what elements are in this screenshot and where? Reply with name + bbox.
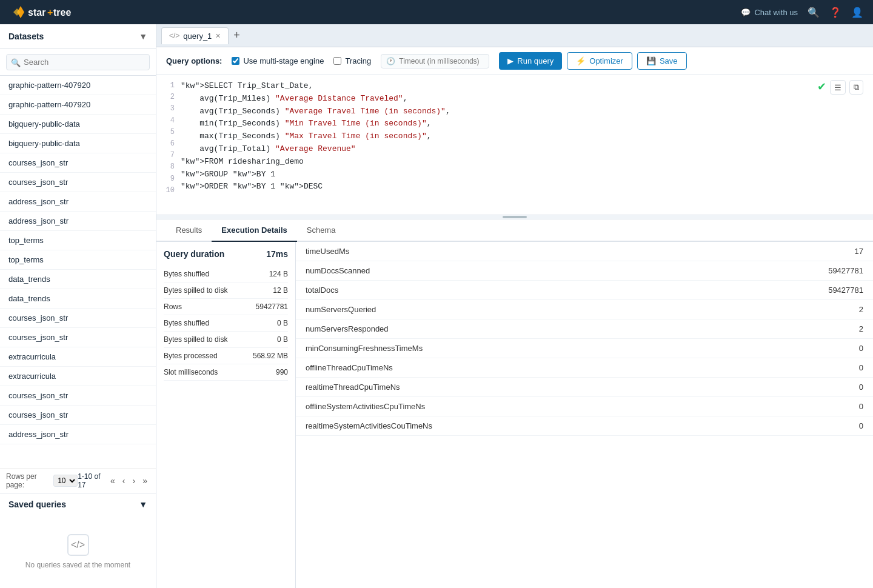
exec-right-panel: timeUsedMs17numDocsScanned59427781totalD… xyxy=(296,242,873,588)
metric-key: offlineSystemActivitiesCpuTimeNs xyxy=(296,397,716,416)
metric-value: 0 xyxy=(716,339,873,358)
metric-value: 17 xyxy=(716,242,873,261)
format-button[interactable]: ☰ xyxy=(830,80,846,95)
timeout-input[interactable] xyxy=(399,57,484,65)
dataset-item[interactable]: extracurricula xyxy=(0,347,156,367)
metric-key: minConsumingFreshnessTimeMs xyxy=(296,339,716,358)
metric-value: 2 xyxy=(716,300,873,319)
metric-value: 0 xyxy=(716,416,873,436)
clock-icon: 🕐 xyxy=(386,57,395,65)
run-query-button[interactable]: ▶ Run query xyxy=(499,52,562,70)
dataset-item[interactable]: graphic-pattern-407920 xyxy=(0,76,156,95)
tab-close-icon[interactable]: ✕ xyxy=(215,32,221,40)
sidebar-collapse-icon[interactable]: ▼ xyxy=(139,32,147,41)
dataset-item[interactable]: graphic-pattern-407920 xyxy=(0,95,156,115)
help-icon[interactable]: ❓ xyxy=(829,7,841,18)
metric-value: 2 xyxy=(716,319,873,339)
metric-row: offlineSystemActivitiesCpuTimeNs0 xyxy=(296,397,873,416)
query-duration-row: Query duration 17ms xyxy=(164,249,288,259)
dataset-item[interactable]: address_json_str xyxy=(0,212,156,231)
exec-stat-row: Slot milliseconds990 xyxy=(164,364,288,381)
code-editor[interactable]: 12345678910 "kw">SELECT Trip_Start_Date,… xyxy=(156,75,873,215)
metric-row: realtimeSystemActivitiesCouTimeNs0 xyxy=(296,416,873,436)
dataset-item[interactable]: extracurricula xyxy=(0,367,156,386)
code-area: 12345678910 "kw">SELECT Trip_Start_Date,… xyxy=(156,75,873,215)
rows-per-page-select[interactable]: 10 20 50 xyxy=(53,475,78,487)
dataset-item[interactable]: top_terms xyxy=(0,231,156,250)
exec-stat-label: Bytes shuffled xyxy=(164,270,209,278)
add-tab-button[interactable]: + xyxy=(231,29,242,42)
topnav-right: 💬 Chat with us 🔍 ❓ 👤 xyxy=(741,7,863,18)
saved-queries-header: Saved queries ▼ xyxy=(0,493,156,515)
schema-tab[interactable]: Schema xyxy=(297,219,346,242)
multi-stage-label: Use multi-stage engine xyxy=(243,56,324,65)
code-content[interactable]: "kw">SELECT Trip_Start_Date, avg(Trip_Mi… xyxy=(181,80,873,210)
user-icon[interactable]: 👤 xyxy=(851,7,863,18)
saved-queries-section: Saved queries ▼ </> No queries saved at … xyxy=(0,493,156,588)
metric-key: realtimeSystemActivitiesCouTimeNs xyxy=(296,416,716,436)
dataset-item[interactable]: courses_json_str xyxy=(0,328,156,347)
dataset-item[interactable]: courses_json_str xyxy=(0,309,156,328)
dataset-item[interactable]: data_trends xyxy=(0,270,156,289)
multi-stage-checkbox[interactable] xyxy=(232,57,239,65)
save-icon: 💾 xyxy=(646,56,656,65)
results-tab[interactable]: Results xyxy=(166,219,212,242)
search-icon: 🔍 xyxy=(11,58,21,67)
first-page-button[interactable]: « xyxy=(108,475,118,487)
exec-stat-value: 12 B xyxy=(273,286,288,295)
dataset-item[interactable]: bigquery-public-data xyxy=(0,134,156,153)
metric-value: 0 xyxy=(716,358,873,378)
dataset-item[interactable]: top_terms xyxy=(0,250,156,270)
resize-handle[interactable] xyxy=(156,215,873,219)
logo: star + tree xyxy=(10,4,82,21)
prev-page-button[interactable]: ‹ xyxy=(120,475,128,487)
search-input[interactable] xyxy=(6,54,150,70)
dataset-item[interactable]: courses_json_str xyxy=(0,386,156,406)
exec-rows: Bytes shuffled124 BBytes spilled to disk… xyxy=(164,266,288,381)
dataset-item[interactable]: address_json_str xyxy=(0,425,156,444)
tracing-checkbox[interactable] xyxy=(333,57,341,65)
search-icon[interactable]: 🔍 xyxy=(808,7,820,18)
timeout-input-wrapper: 🕐 xyxy=(381,54,489,68)
chat-with-us-button[interactable]: 💬 Chat with us xyxy=(741,8,798,17)
dataset-item[interactable]: data_trends xyxy=(0,289,156,309)
dataset-item[interactable]: courses_json_str xyxy=(0,406,156,425)
metric-key: numDocsScanned xyxy=(296,261,716,281)
dataset-item[interactable]: courses_json_str xyxy=(0,173,156,192)
no-queries-text: No queries saved at the moment xyxy=(25,561,130,569)
next-page-button[interactable]: › xyxy=(130,475,138,487)
code-icon: </> xyxy=(169,32,179,40)
svg-text:star: star xyxy=(28,7,45,18)
query-duration-label: Query duration xyxy=(164,249,224,259)
dataset-item[interactable]: address_json_str xyxy=(0,192,156,212)
rows-per-page-label: Rows per page: xyxy=(6,472,51,489)
rows-per-page: Rows per page: 10 20 50 xyxy=(6,472,78,489)
topnav: star + tree 💬 Chat with us 🔍 ❓ 👤 xyxy=(0,0,873,24)
main-layout: Datasets ▼ 🔍 graphic-pattern-407920graph… xyxy=(0,24,873,588)
exec-stat-value: 568.92 MB xyxy=(253,352,288,360)
metric-key: totalDocs xyxy=(296,281,716,300)
dataset-item[interactable]: bigquery-public-data xyxy=(0,115,156,134)
dataset-item[interactable]: courses_json_str xyxy=(0,153,156,173)
exec-stat-label: Rows xyxy=(164,302,182,311)
optimizer-button[interactable]: ⚡ Optimizer xyxy=(567,52,632,70)
query-options-bar: Query options: Use multi-stage engine Tr… xyxy=(156,47,873,75)
execution-details-tab[interactable]: Execution Details xyxy=(212,219,296,242)
sidebar: Datasets ▼ 🔍 graphic-pattern-407920graph… xyxy=(0,24,156,588)
exec-stat-row: Bytes spilled to disk0 B xyxy=(164,332,288,348)
check-icon: ✔ xyxy=(817,80,826,95)
last-page-button[interactable]: » xyxy=(140,475,150,487)
execution-details: Query duration 17ms Bytes shuffled124 BB… xyxy=(156,242,873,588)
copy-button[interactable]: ⧉ xyxy=(849,80,863,95)
saved-queries-empty-icon: </> xyxy=(67,534,89,556)
save-button[interactable]: 💾 Save xyxy=(637,52,687,70)
metric-value: 59427781 xyxy=(716,261,873,281)
exec-stat-label: Bytes spilled to disk xyxy=(164,335,227,344)
exec-stat-value: 0 B xyxy=(277,319,288,327)
optimizer-icon: ⚡ xyxy=(576,56,586,65)
saved-queries-collapse-icon[interactable]: ▼ xyxy=(139,499,147,509)
query-tab[interactable]: </> query_1 ✕ xyxy=(161,27,229,44)
metric-key: numServersQueried xyxy=(296,300,716,319)
tracing-option: Tracing xyxy=(333,56,371,65)
exec-stat-row: Bytes shuffled124 B xyxy=(164,266,288,282)
